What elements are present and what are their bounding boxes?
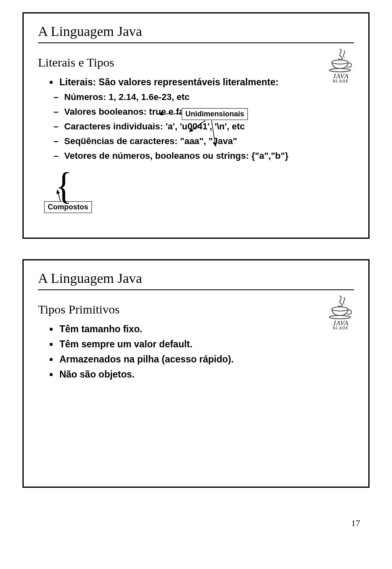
page-number: 17	[351, 518, 360, 529]
logo-subtext: BLADE	[325, 79, 356, 83]
slide-1: A Linguagem Java JAVA BLADE Literais e T…	[22, 12, 370, 239]
bullet-default: Têm sempre um valor default.	[49, 339, 354, 350]
dash-caracteres: Caracteres individuais: 'a', 'u0041', '\…	[53, 121, 354, 132]
svg-point-6	[332, 307, 348, 311]
dash-vetores: Vetores de números, booleanos ou strings…	[53, 151, 354, 161]
bullet-objetos: Não são objetos.	[49, 369, 354, 380]
svg-point-7	[330, 316, 351, 319]
slide1-rule	[38, 42, 354, 43]
bullet-pilha: Armazenados na pilha (acesso rápido).	[49, 354, 354, 365]
java-logo: JAVA BLADE	[325, 295, 356, 330]
dash-sequencias: Seqüências de caracteres: "aaa", "Java"	[53, 136, 354, 147]
slide1-title: A Linguagem Java	[38, 24, 354, 39]
callout-unidimensionais: Unidimensionais	[182, 108, 248, 120]
svg-point-0	[332, 60, 348, 64]
brace-icon: {	[56, 167, 72, 205]
slide1-bullets: Literais: São valores representáveis lit…	[38, 77, 354, 88]
slide2-subtitle: Tipos Primitivos	[38, 302, 354, 316]
page: A Linguagem Java JAVA BLADE Literais e T…	[0, 0, 392, 545]
java-cup-icon	[327, 48, 354, 73]
java-logo: JAVA BLADE	[325, 48, 356, 83]
bullet-tamanho: Têm tamanho fixo.	[49, 324, 354, 335]
slide2-rule	[38, 289, 354, 290]
slide1-subtitle: Literais e Tipos	[38, 56, 354, 69]
slide2-bullets: Têm tamanho fixo. Têm sempre um valor de…	[38, 324, 354, 380]
logo-subtext: BLADE	[325, 326, 356, 330]
bullet-literais: Literais: São valores representáveis lit…	[49, 77, 354, 88]
slide1-dashlist: Números: 1, 2.14, 1.6e-23, etc Valores b…	[38, 92, 354, 161]
dash-numeros: Números: 1, 2.14, 1.6e-23, etc	[53, 92, 354, 102]
java-cup-icon	[327, 295, 354, 320]
svg-point-1	[330, 69, 351, 72]
slide2-title: A Linguagem Java	[38, 271, 354, 286]
slide-2: A Linguagem Java JAVA BLADE Tipos Primit…	[22, 259, 370, 488]
